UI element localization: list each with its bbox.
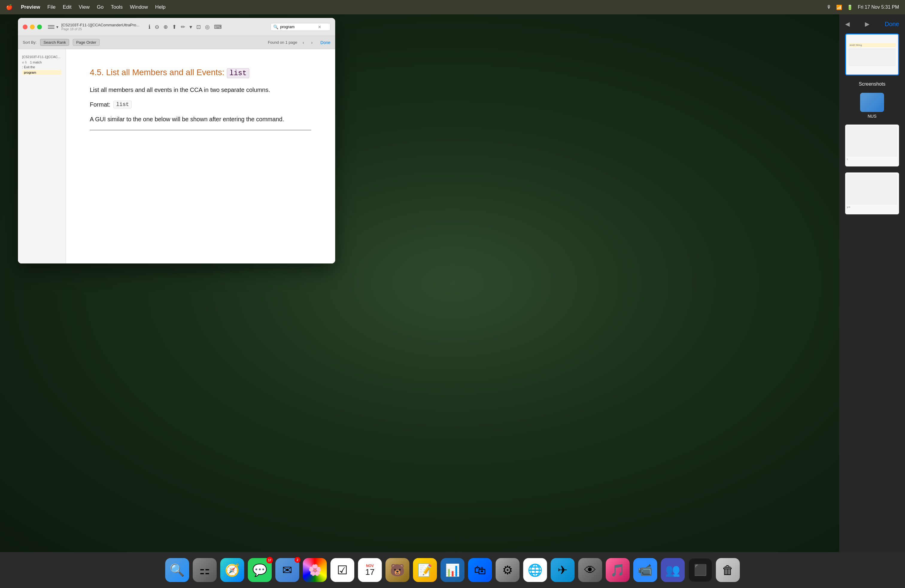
search-results-bar: Sort By: Search Rank Page Order Found on…	[18, 36, 335, 49]
search-bar: 🔍 ✕	[270, 23, 330, 31]
sidebar-chevron-btn[interactable]: ▾	[56, 25, 58, 29]
dock-launchpad[interactable]: ⚏	[193, 558, 217, 582]
format-line: Format: list	[90, 100, 311, 108]
dock-finder[interactable]: 🔍	[165, 558, 189, 582]
markup-btn[interactable]: ✏	[181, 24, 185, 30]
annotate-btn[interactable]: ◎	[205, 24, 210, 30]
dock-vinyls[interactable]: 🎵	[606, 558, 630, 582]
format-code: list	[113, 100, 132, 108]
next-result-btn[interactable]: ›	[310, 40, 314, 46]
menu-view[interactable]: View	[79, 4, 90, 10]
screenshots-label: Screenshots	[859, 81, 886, 87]
search-input[interactable]	[280, 25, 316, 29]
dock-safari[interactable]: 🧭	[220, 558, 244, 582]
wifi-icon: 📶	[836, 5, 842, 10]
dock-messages[interactable]: 💬 17	[248, 558, 272, 582]
dock-mail[interactable]: ✉ 2	[275, 558, 299, 582]
window-title-group: [CS2103T-F11-1][CCACommanderUltraPro... …	[61, 23, 140, 31]
menu-go[interactable]: Go	[97, 4, 104, 10]
dock-preview[interactable]: 👁	[578, 558, 602, 582]
screenshot-thumb-3[interactable]: y in	[845, 172, 899, 215]
match-count: 1 match	[30, 60, 41, 64]
zoom-in-btn[interactable]: ⊕	[164, 24, 168, 30]
search-rank-btn[interactable]: Search Rank	[40, 39, 69, 46]
dock-syspref[interactable]: ⚙	[495, 558, 519, 582]
close-button[interactable]	[23, 25, 27, 29]
dock-telegram[interactable]: ✈	[551, 558, 575, 582]
sidebar-toggle-btn[interactable]	[47, 25, 55, 29]
dock-teams[interactable]: 👥	[661, 558, 685, 582]
menu-preview[interactable]: Preview	[21, 4, 40, 10]
sort-by-label: Sort By:	[23, 40, 37, 44]
sidebar-panel: [CS2103T-F11-1][CCAC... e 6 1 match : Ex…	[18, 49, 66, 264]
search-clear-btn[interactable]: ✕	[318, 25, 321, 29]
crop-btn[interactable]: ⊡	[196, 24, 201, 30]
window-subtitle: Page 18 of 25	[61, 27, 140, 31]
screenshots-panel: ◀ ▶ Done and2:String Screenshots NUS t, …	[839, 14, 905, 552]
pdf-content: 4.5. List all Members and all Events: li…	[66, 49, 335, 264]
sidebar-page-6: e 6 1 match	[21, 60, 63, 65]
section-code: list	[227, 68, 249, 78]
dock-notes[interactable]: 📝	[413, 558, 437, 582]
keyboard-btn[interactable]: ⌨	[214, 24, 222, 30]
window-content: [CS2103T-F11-1][CCAC... e 6 1 match : Ex…	[18, 49, 335, 264]
panel-done-btn[interactable]: Done	[884, 21, 899, 27]
dock-keynote[interactable]: 📊	[441, 558, 464, 582]
messages-badge: 17	[266, 557, 273, 563]
nus-folder[interactable]: NUS	[860, 93, 884, 119]
done-search-btn[interactable]: Done	[321, 40, 330, 45]
search-icon: 🔍	[273, 25, 278, 29]
dock-chrome[interactable]: 🌐	[523, 558, 547, 582]
mail-badge: 2	[294, 557, 300, 563]
markup-chevron-btn[interactable]: ▾	[189, 24, 192, 30]
page-6-label: e 6	[22, 60, 27, 64]
dock-appstore[interactable]: 🛍	[468, 558, 492, 582]
apple-menu[interactable]: 🍎	[6, 4, 13, 11]
window-titlebar: ▾ [CS2103T-F11-1][CCACommanderUltraPro..…	[18, 18, 335, 36]
preview-window: ▾ [CS2103T-F11-1][CCACommanderUltraPro..…	[18, 18, 335, 264]
battery-icon: 🔋	[847, 5, 853, 10]
nus-label: NUS	[868, 114, 876, 119]
screenshot-thumb-1[interactable]: and2:String	[845, 33, 899, 75]
traffic-lights	[23, 25, 42, 29]
dock-calendar[interactable]: NOV 17	[358, 558, 382, 582]
sidebar-program-label: program	[22, 70, 61, 75]
dock-trash[interactable]: 🗑	[716, 558, 740, 582]
share-btn[interactable]: ⬆	[172, 24, 176, 30]
body-text-2: A GUI similar to the one below will be s…	[90, 114, 311, 124]
dock-bear[interactable]: 🐻	[386, 558, 410, 582]
zoom-out-btn[interactable]: ⊖	[155, 24, 159, 30]
dock: 🔍 ⚏ 🧭 💬 17 ✉ 2 🌸 ☑ NOV 17 🐻 📝 📊 🛍 ⚙ 🌐 ✈	[0, 552, 905, 588]
info-btn[interactable]: ℹ	[148, 24, 151, 30]
sidebar-toggle-group: ▾	[47, 25, 58, 29]
menu-file[interactable]: File	[47, 4, 56, 10]
clock: Fri 17 Nov 5:31 PM	[858, 5, 899, 10]
menu-tools[interactable]: Tools	[111, 4, 123, 10]
menu-help[interactable]: Help	[155, 4, 165, 10]
menubar-right: 🎙 📶 🔋 Fri 17 Nov 5:31 PM	[827, 5, 899, 10]
body-text-1: List all members and all events in the C…	[90, 85, 311, 95]
screenshot-thumb-2[interactable]: t,	[845, 124, 899, 167]
menu-window[interactable]: Window	[130, 4, 148, 10]
panel-prev-btn[interactable]: ◀	[845, 21, 849, 27]
sidebar-exit-label: : Exit the	[21, 65, 63, 70]
menu-edit[interactable]: Edit	[63, 4, 71, 10]
mic-icon: 🎙	[827, 5, 831, 10]
panel-next-btn[interactable]: ▶	[865, 21, 869, 27]
page-order-btn[interactable]: Page Order	[73, 39, 99, 46]
maximize-button[interactable]	[37, 25, 42, 29]
toolbar-icons: ℹ ⊖ ⊕ ⬆ ✏ ▾ ⊡ ◎ ⌨	[148, 24, 222, 30]
dock-terminal[interactable]: ⬛	[688, 558, 712, 582]
dock-photos[interactable]: 🌸	[303, 558, 327, 582]
minimize-button[interactable]	[30, 25, 35, 29]
found-text: Found on 1 page	[268, 40, 297, 44]
dock-reminders[interactable]: ☑	[330, 558, 354, 582]
dock-zoom[interactable]: 📹	[633, 558, 657, 582]
panel-nav: ◀ ▶ Done	[842, 21, 902, 27]
section-title: 4.5. List all Members and all Events: li…	[90, 67, 311, 78]
window-title: [CS2103T-F11-1][CCACommanderUltraPro...	[61, 23, 140, 27]
sidebar-title-abbr: [CS2103T-F11-1][CCAC...	[21, 54, 63, 60]
menubar: 🍎 Preview File Edit View Go Tools Window…	[0, 0, 905, 14]
prev-result-btn[interactable]: ‹	[301, 40, 306, 46]
